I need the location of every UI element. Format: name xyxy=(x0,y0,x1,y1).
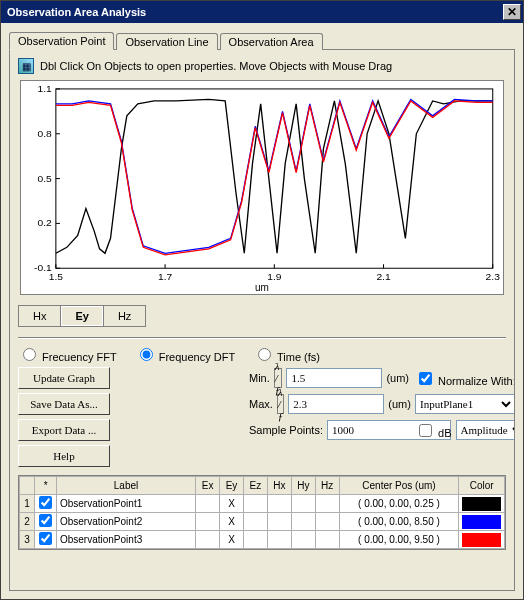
col-hz: Hz xyxy=(315,477,339,495)
chart-area: -0.10.20.50.81.11.51.71.92.12.3 um xyxy=(18,80,506,295)
chart-icon: ▦ xyxy=(18,58,34,74)
tab-observation-point[interactable]: Observation Point xyxy=(9,32,114,50)
svg-rect-0 xyxy=(56,89,493,268)
field-tab-hz[interactable]: Hz xyxy=(103,305,146,327)
help-button[interactable]: Help xyxy=(18,445,110,467)
col-ex: Ex xyxy=(196,477,220,495)
svg-text:1.9: 1.9 xyxy=(267,271,282,282)
export-data-button[interactable]: Export Data ... xyxy=(18,419,110,441)
observation-table: * Label Ex Ey Ez Hx Hy Hz Center Pos (um… xyxy=(18,475,506,550)
row-ez[interactable] xyxy=(243,495,267,513)
table-row[interactable]: 1ObservationPoint1X( 0.00, 0.00, 0.25 ) xyxy=(20,495,505,513)
row-color-swatch[interactable] xyxy=(459,513,505,531)
lambda-min-button[interactable]: λ / ƒ xyxy=(274,368,283,388)
radio-frequency-fft[interactable]: Frecuency FFT xyxy=(18,345,117,363)
svg-text:0.5: 0.5 xyxy=(38,173,53,184)
amplitude-select[interactable]: Amplitude xyxy=(456,420,515,440)
row-hy[interactable] xyxy=(291,531,315,549)
row-hy[interactable] xyxy=(291,513,315,531)
tab-observation-line[interactable]: Observation Line xyxy=(116,33,217,50)
row-hz[interactable] xyxy=(315,495,339,513)
tab-observation-area[interactable]: Observation Area xyxy=(220,33,323,50)
col-center-pos: Center Pos (um) xyxy=(339,477,459,495)
svg-text:1.7: 1.7 xyxy=(158,271,173,282)
row-ex[interactable] xyxy=(196,513,220,531)
svg-text:0.8: 0.8 xyxy=(38,128,53,139)
row-ey[interactable]: X xyxy=(220,513,244,531)
min-input[interactable] xyxy=(286,368,382,388)
field-tab-ey[interactable]: Ey xyxy=(60,305,102,327)
row-center-pos: ( 0.00, 0.00, 0.25 ) xyxy=(339,495,459,513)
row-ex[interactable] xyxy=(196,531,220,549)
svg-text:1.1: 1.1 xyxy=(38,83,53,94)
max-unit: (um) xyxy=(388,398,411,410)
row-label[interactable]: ObservationPoint2 xyxy=(56,513,195,531)
update-graph-button[interactable]: Update Graph xyxy=(18,367,110,389)
row-center-pos: ( 0.00, 0.00, 9.50 ) xyxy=(339,531,459,549)
row-hz[interactable] xyxy=(315,531,339,549)
row-hx[interactable] xyxy=(267,531,291,549)
col-label: Label xyxy=(56,477,195,495)
field-tab-hx[interactable]: Hx xyxy=(18,305,60,327)
col-hy: Hy xyxy=(291,477,315,495)
row-color-swatch[interactable] xyxy=(459,531,505,549)
row-ey[interactable]: X xyxy=(220,531,244,549)
close-icon[interactable]: ✕ xyxy=(503,4,521,20)
row-index: 3 xyxy=(20,531,35,549)
row-hz[interactable] xyxy=(315,513,339,531)
x-axis-label: um xyxy=(255,282,269,293)
row-hy[interactable] xyxy=(291,495,315,513)
lambda-max-button[interactable]: λ / ƒ xyxy=(277,394,285,414)
col-ez: Ez xyxy=(243,477,267,495)
max-label: Max. xyxy=(249,398,273,410)
row-ey[interactable]: X xyxy=(220,495,244,513)
table-row[interactable]: 2ObservationPoint2X( 0.00, 0.00, 8.50 ) xyxy=(20,513,505,531)
radio-time[interactable]: Time (fs) xyxy=(253,345,320,363)
row-label[interactable]: ObservationPoint1 xyxy=(56,495,195,513)
db-check[interactable]: dB xyxy=(415,421,452,440)
row-enable-check[interactable] xyxy=(35,495,57,513)
min-label: Min. xyxy=(249,372,270,384)
row-ez[interactable] xyxy=(243,513,267,531)
col-hx: Hx xyxy=(267,477,291,495)
chart-canvas[interactable]: -0.10.20.50.81.11.51.71.92.12.3 um xyxy=(20,80,504,295)
max-input[interactable] xyxy=(288,394,384,414)
row-index: 2 xyxy=(20,513,35,531)
row-center-pos: ( 0.00, 0.00, 8.50 ) xyxy=(339,513,459,531)
row-hx[interactable] xyxy=(267,495,291,513)
normalize-check[interactable]: Normalize With: xyxy=(415,369,515,388)
col-color: Color xyxy=(459,477,505,495)
window-title: Observation Area Analysis xyxy=(7,6,146,18)
radio-frequency-dft[interactable]: Frequency DFT xyxy=(135,345,235,363)
save-data-button[interactable]: Save Data As... xyxy=(18,393,110,415)
row-ex[interactable] xyxy=(196,495,220,513)
row-index: 1 xyxy=(20,495,35,513)
svg-text:2.1: 2.1 xyxy=(376,271,391,282)
col-rownum xyxy=(20,477,35,495)
col-enable: * xyxy=(35,477,57,495)
row-enable-check[interactable] xyxy=(35,513,57,531)
row-ez[interactable] xyxy=(243,531,267,549)
row-enable-check[interactable] xyxy=(35,531,57,549)
svg-text:0.2: 0.2 xyxy=(38,218,53,229)
svg-text:2.3: 2.3 xyxy=(486,271,501,282)
col-ey: Ey xyxy=(220,477,244,495)
row-hx[interactable] xyxy=(267,513,291,531)
titlebar: Observation Area Analysis ✕ xyxy=(1,1,523,23)
row-color-swatch[interactable] xyxy=(459,495,505,513)
row-label[interactable]: ObservationPoint3 xyxy=(56,531,195,549)
sample-points-label: Sample Points: xyxy=(249,424,323,436)
hint-text: Dbl Click On Objects to open properties.… xyxy=(40,60,392,72)
min-unit: (um) xyxy=(386,372,409,384)
svg-text:1.5: 1.5 xyxy=(49,271,64,282)
table-row[interactable]: 3ObservationPoint3X( 0.00, 0.00, 9.50 ) xyxy=(20,531,505,549)
normalize-source-select[interactable]: InputPlane1 xyxy=(415,394,515,414)
